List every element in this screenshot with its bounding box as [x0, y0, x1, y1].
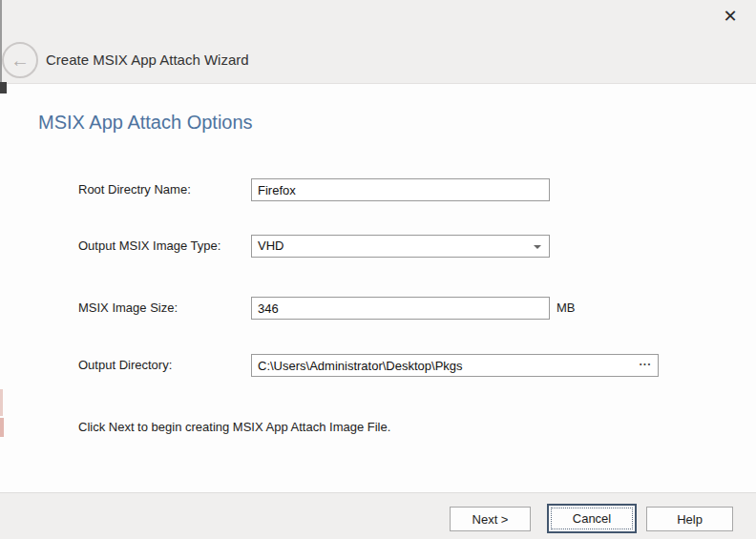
wizard-window: ← Create MSIX App Attach Wizard ✕ MSIX A…	[0, 0, 756, 539]
output-directory-field: ...	[251, 354, 659, 377]
image-size-input[interactable]	[251, 297, 550, 320]
wizard-content: MSIX App Attach Options Root Directry Na…	[0, 85, 756, 492]
next-button[interactable]: Next >	[450, 507, 531, 531]
wizard-title: Create MSIX App Attach Wizard	[46, 52, 249, 68]
close-icon: ✕	[723, 6, 737, 27]
root-directory-label: Root Directry Name:	[78, 178, 191, 201]
form-row: Output MSIX Image Type: VHD	[0, 235, 756, 258]
wizard-footer: Next > Cancel Help	[0, 492, 756, 539]
image-size-label: MSIX Image Size:	[78, 297, 178, 320]
wizard-header: ← Create MSIX App Attach Wizard ✕	[0, 0, 756, 84]
help-button[interactable]: Help	[646, 507, 733, 531]
output-directory-input[interactable]	[251, 354, 659, 377]
chevron-down-icon	[534, 245, 541, 249]
browse-button[interactable]: ...	[637, 356, 654, 373]
image-type-select[interactable]: VHD	[251, 235, 550, 258]
form-row: Root Directry Name:	[0, 178, 756, 201]
cancel-button[interactable]: Cancel	[547, 504, 637, 533]
info-text: Click Next to begin creating MSIX App At…	[78, 420, 390, 434]
form-row: Output Directory: ...	[0, 354, 756, 377]
close-button[interactable]: ✕	[718, 4, 743, 29]
root-directory-input[interactable]	[251, 178, 550, 201]
ellipsis-icon: ...	[639, 356, 651, 367]
page-title: MSIX App Attach Options	[38, 112, 253, 134]
image-type-label: Output MSIX Image Type:	[78, 235, 220, 258]
image-type-value: VHD	[258, 236, 284, 257]
back-arrow-icon: ←	[10, 51, 30, 70]
output-directory-label: Output Directory:	[78, 354, 172, 377]
form-row: MSIX Image Size: MB	[0, 297, 756, 320]
back-button[interactable]: ←	[2, 42, 38, 78]
size-unit-label: MB	[556, 297, 576, 320]
